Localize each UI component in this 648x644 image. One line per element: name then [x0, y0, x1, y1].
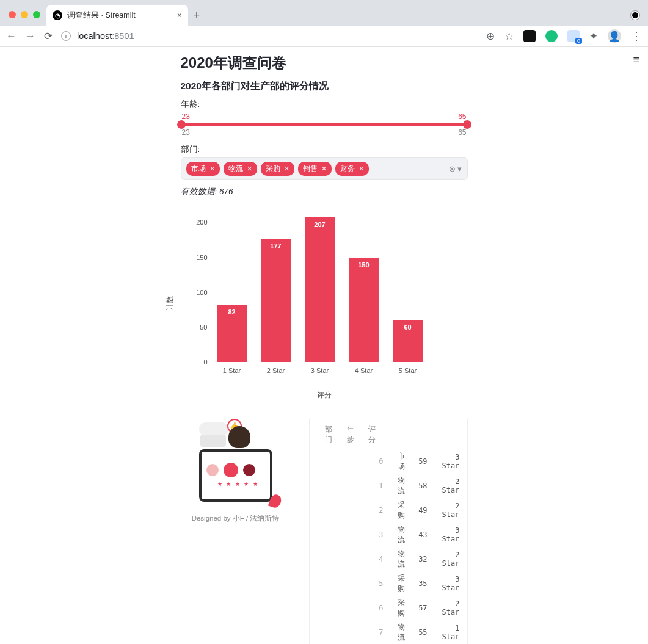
extension-icon[interactable] [567, 30, 580, 42]
data-table[interactable]: 部门年龄评分 0市场593 Star1物流582 Star2采购492 Star… [309, 419, 468, 644]
remove-chip-icon[interactable]: ✕ [321, 165, 327, 173]
y-axis-label: 计数 [164, 296, 175, 311]
url-field[interactable]: i localhost:8501 [61, 31, 478, 41]
x-tick: 3 Star [305, 367, 335, 374]
tab-overflow-icon[interactable] [631, 11, 639, 20]
valid-data-label: 有效数据: 676 [181, 186, 468, 197]
chip[interactable]: 市场 ✕ [186, 162, 220, 176]
new-tab-button[interactable]: + [188, 9, 205, 22]
remove-chip-icon[interactable]: ✕ [284, 165, 289, 173]
table-row[interactable]: 3物流433 Star [311, 523, 466, 546]
table-row[interactable]: 7物流551 Star [311, 621, 466, 644]
profile-avatar-icon[interactable]: 👤 [608, 29, 621, 43]
close-window-icon[interactable] [9, 11, 16, 18]
column-header: 评分 [362, 423, 382, 446]
x-tick: 5 Star [393, 367, 423, 374]
column-header: 部门 [318, 423, 339, 446]
chip[interactable]: 财务 ✕ [335, 162, 369, 176]
remove-chip-icon[interactable]: ✕ [209, 165, 215, 173]
table-row[interactable]: 0市场593 Star [311, 450, 466, 473]
bar[interactable]: 207 [305, 217, 335, 362]
chrome-menu-icon[interactable]: ⋮ [631, 29, 642, 43]
address-bar: ← → ⟳ i localhost:8501 ⊕ ☆ ✦ 👤 ⋮ [0, 26, 648, 47]
favicon-icon: ◔ [53, 10, 62, 20]
slider-handle-min[interactable] [177, 120, 186, 129]
x-tick: 1 Star [217, 367, 247, 374]
minimize-window-icon[interactable] [21, 11, 28, 18]
y-tick: 150 [193, 254, 208, 261]
page-title: 2020年调查问卷 [181, 53, 468, 73]
zoom-icon[interactable]: ⊕ [486, 30, 495, 43]
streamlit-menu-icon[interactable]: ≡ [633, 54, 639, 67]
extension-icon[interactable] [545, 30, 558, 42]
maximize-window-icon[interactable] [33, 11, 40, 18]
bar[interactable]: 60 [393, 320, 423, 362]
extension-icon[interactable] [523, 30, 536, 42]
rating-bar-chart[interactable]: 计数 821 Star1772 Star2073 Star1504 Star60… [175, 209, 468, 386]
remove-chip-icon[interactable]: ✕ [247, 165, 252, 173]
table-row[interactable]: 4物流322 Star [311, 548, 466, 571]
age-slider[interactable] [181, 123, 468, 126]
x-axis-label: 评分 [181, 390, 468, 400]
age-label: 年龄: [181, 99, 468, 110]
reload-icon[interactable]: ⟳ [44, 30, 53, 43]
forward-icon[interactable]: → [25, 30, 35, 42]
x-tick: 2 Star [261, 367, 291, 374]
window-controls [9, 11, 40, 18]
column-header: 年龄 [340, 423, 360, 446]
table-row[interactable]: 5采购353 Star [311, 572, 466, 595]
y-tick: 200 [193, 219, 208, 226]
browser-tab[interactable]: ◔ 调查结果 · Streamlit × [46, 5, 188, 26]
table-row[interactable]: 6采购572 Star [311, 596, 466, 620]
remove-chip-icon[interactable]: ✕ [359, 165, 364, 173]
bar[interactable]: 177 [261, 239, 291, 362]
table-row[interactable]: 1物流582 Star [311, 474, 466, 497]
dept-label: 部门: [181, 144, 468, 155]
image-caption: Designed by 小F / 法纳斯特 [181, 514, 291, 523]
y-tick: 100 [193, 289, 208, 296]
bookmark-icon[interactable]: ☆ [504, 30, 514, 43]
chip[interactable]: 销售 ✕ [298, 162, 332, 176]
slider-values: 2365 [181, 112, 468, 121]
slider-handle-max[interactable] [463, 120, 471, 129]
browser-chrome: ◔ 调查结果 · Streamlit × + ← → ⟳ i localhost… [0, 0, 648, 47]
clear-select-icon[interactable]: ⊗ ▾ [449, 164, 462, 173]
bar[interactable]: 82 [217, 305, 247, 362]
section-subtitle: 2020年各部门对生产部的评分情况 [181, 80, 468, 93]
y-tick: 50 [193, 324, 208, 331]
bar[interactable]: 150 [349, 258, 379, 362]
tab-title: 调查结果 · Streamlit [67, 10, 136, 21]
extensions-puzzle-icon[interactable]: ✦ [589, 30, 598, 43]
chip[interactable]: 物流 ✕ [224, 162, 257, 176]
table-row[interactable]: 2采购492 Star [311, 499, 466, 522]
dept-multiselect[interactable]: 市场 ✕物流 ✕采购 ✕销售 ✕财务 ✕⊗ ▾ [181, 157, 468, 180]
back-icon[interactable]: ← [6, 30, 16, 42]
x-tick: 4 Star [349, 367, 379, 374]
close-tab-icon[interactable]: × [177, 10, 182, 20]
slider-range-labels: 2365 [181, 128, 468, 137]
y-tick: 0 [193, 358, 208, 366]
illustration-image: 👍 ★ ★ ★ ★ ★ [181, 419, 291, 510]
chip[interactable]: 采购 ✕ [261, 162, 294, 176]
site-info-icon[interactable]: i [61, 31, 71, 41]
